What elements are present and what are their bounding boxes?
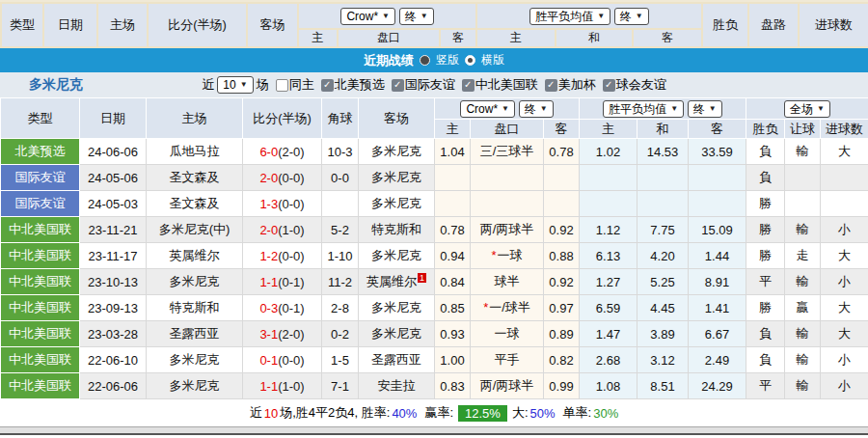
league-checkbox[interactable]: ✓ bbox=[545, 79, 557, 92]
cell-avg-away: 33.59 bbox=[689, 139, 746, 165]
league-checkbox[interactable]: ✓ bbox=[603, 79, 615, 92]
cell-score: 0-3(0-1) bbox=[243, 295, 322, 321]
single-rate: 30% bbox=[593, 406, 618, 421]
cell-away-team: 多米尼克 bbox=[359, 295, 435, 321]
cell-avg-draw: 3.89 bbox=[637, 321, 689, 347]
cell-home-team: 圣文森及 bbox=[147, 191, 243, 217]
check-icon: ✓ bbox=[323, 80, 331, 90]
vertical-layout-label: 竖版 bbox=[436, 52, 459, 68]
near-label: 近 bbox=[202, 76, 214, 94]
avg-select[interactable]: 胜平负均值▼ bbox=[603, 100, 684, 118]
score-full: 0-3 bbox=[259, 301, 278, 315]
over-label: 大: bbox=[512, 404, 529, 422]
match-count-select[interactable]: 10▼ bbox=[217, 76, 253, 94]
cell-odds-away: 0.97 bbox=[544, 295, 580, 321]
radio-horizontal-layout[interactable] bbox=[465, 55, 475, 66]
header-score: 比分(半场) bbox=[243, 98, 322, 139]
league-filter-3[interactable]: ✓美加杯 bbox=[545, 76, 596, 94]
match-history-table: 类型 日期 主场 比分(半场) 角球 客场 Crow*▼ 终▼ 胜平负均值▼ 终… bbox=[0, 97, 868, 399]
chevron-down-icon: ▼ bbox=[670, 102, 678, 116]
cell-goals: 小 bbox=[821, 347, 868, 373]
cell-away-team: 多米尼克 bbox=[359, 165, 435, 191]
avg-select[interactable]: 胜平负均值▼ bbox=[529, 8, 610, 25]
cell-corner: 2-8 bbox=[322, 295, 359, 321]
check-icon: ✓ bbox=[547, 80, 555, 90]
cell-odds-away: 0.92 bbox=[544, 269, 580, 295]
league-filter-0[interactable]: ✓北美预选 bbox=[321, 76, 385, 94]
horizontal-layout-label: 横版 bbox=[481, 52, 504, 68]
cell-avg-draw: 14.53 bbox=[637, 139, 689, 165]
cell-avg-home: 1.27 bbox=[580, 269, 637, 295]
cell-away-team: 多米尼克 bbox=[359, 321, 435, 347]
league-checkbox[interactable]: ✓ bbox=[321, 79, 334, 92]
cell-handicap-result: 輸 bbox=[785, 139, 821, 165]
cell-date: 23-11-21 bbox=[80, 217, 147, 243]
cell-result: 平 bbox=[746, 269, 785, 295]
avg-time-select[interactable]: 终▼ bbox=[614, 8, 649, 25]
chevron-down-icon: ▼ bbox=[382, 10, 390, 23]
cell-handicap bbox=[471, 191, 544, 217]
cell-odds-home bbox=[435, 191, 471, 217]
score-half: (1-0) bbox=[278, 379, 304, 394]
odds-time-select[interactable]: 终▼ bbox=[399, 8, 434, 25]
cell-avg-away: 8.91 bbox=[689, 269, 746, 295]
cell-league-type: 中北美国联 bbox=[1, 321, 80, 347]
league-checkbox[interactable]: ✓ bbox=[462, 79, 475, 92]
cell-handicap-result: 輸 bbox=[785, 373, 821, 399]
avg-time-select[interactable]: 终▼ bbox=[688, 100, 722, 118]
cell-goals: 大 bbox=[821, 295, 868, 321]
sub-result: 胜负 bbox=[746, 120, 785, 139]
cell-result: 勝 bbox=[746, 295, 785, 321]
table-row: 国际友谊24-05-03圣文森及1-3(0-0)多米尼克勝 bbox=[1, 191, 868, 217]
cell-away-team: 多米尼克 bbox=[359, 139, 435, 165]
same-host-checkbox[interactable] bbox=[276, 79, 288, 92]
cell-handicap: 两/两球半 bbox=[471, 373, 544, 399]
cell-handicap-result: 輸 bbox=[785, 269, 821, 295]
bookmaker-select[interactable]: Crow*▼ bbox=[460, 100, 515, 118]
league-filter-2[interactable]: ✓中北美国联 bbox=[462, 76, 538, 94]
summary-count: 10 bbox=[264, 406, 278, 421]
score-half: (2-0) bbox=[278, 145, 304, 159]
cell-avg-home: 2.68 bbox=[580, 347, 637, 373]
table-row: 北美预选24-06-06瓜地马拉6-0(2-0)10-3多米尼克1.04三/三球… bbox=[1, 139, 868, 165]
cell-avg-draw bbox=[637, 191, 689, 217]
cell-goals bbox=[821, 191, 868, 217]
cell-league-type: 国际友谊 bbox=[1, 165, 80, 191]
table-row: 中北美国联23-10-13多米尼克1-1(0-1)11-2英属维尔10.84球半… bbox=[1, 269, 868, 295]
cell-handicap-result: 走 bbox=[785, 243, 821, 269]
cell-league-type: 中北美国联 bbox=[1, 217, 80, 243]
score-half: (1-0) bbox=[278, 223, 304, 237]
cell-date: 23-11-17 bbox=[80, 243, 147, 269]
league-filter-4[interactable]: ✓球会友谊 bbox=[603, 76, 666, 94]
cell-date: 24-06-06 bbox=[80, 139, 147, 165]
sub-odds-away: 客 bbox=[544, 120, 580, 139]
league-filter-1[interactable]: ✓国际友谊 bbox=[392, 76, 455, 94]
league-checkbox[interactable]: ✓ bbox=[392, 79, 404, 92]
league-label: 北美预选 bbox=[335, 76, 385, 94]
cell-goals bbox=[821, 165, 868, 191]
sub-handicap: 盘口 bbox=[471, 120, 544, 139]
cell-avg-away: 24.29 bbox=[689, 373, 746, 399]
scope-select[interactable]: 全场▼ bbox=[784, 100, 830, 118]
radio-vertical-layout[interactable] bbox=[420, 55, 430, 66]
cell-odds-home: 1.04 bbox=[435, 139, 471, 165]
bottom-scrollbar[interactable] bbox=[0, 426, 868, 435]
same-host-filter[interactable]: 同主 bbox=[276, 76, 314, 94]
cell-result: 平 bbox=[746, 373, 785, 399]
top-sub-handicap: 盘口 bbox=[338, 29, 440, 47]
top-header-away: 客场 bbox=[247, 3, 298, 47]
single-rate-label: 单率: bbox=[563, 404, 592, 422]
cell-result: 負 bbox=[746, 347, 785, 373]
odds-time-select[interactable]: 终▼ bbox=[519, 100, 554, 118]
cell-odds-away: 0.82 bbox=[544, 347, 580, 373]
score-full: 1-1 bbox=[259, 379, 278, 394]
bookmaker-select[interactable]: Crow*▼ bbox=[340, 8, 395, 25]
header-away: 客场 bbox=[359, 98, 435, 139]
cell-handicap: 平手 bbox=[471, 347, 544, 373]
cell-avg-away: 2.49 bbox=[689, 347, 746, 373]
sub-avg-draw: 和 bbox=[637, 120, 689, 139]
top-header-goals: 进球数 bbox=[799, 3, 868, 47]
summary-record: 场,胜4平2负4, 胜率: bbox=[280, 404, 390, 422]
top-sub-odds-home: 主 bbox=[298, 29, 338, 47]
top-sub-avg-home: 主 bbox=[476, 29, 556, 47]
